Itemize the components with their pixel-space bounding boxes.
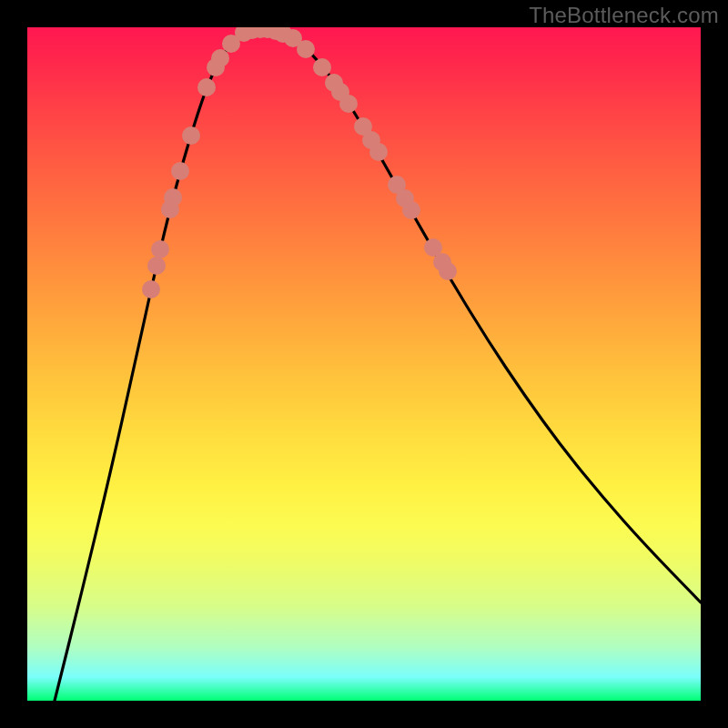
data-marker	[142, 280, 160, 298]
curve-layer	[27, 27, 701, 701]
data-marker	[147, 257, 166, 275]
data-marker	[151, 240, 169, 258]
plot-area	[27, 27, 701, 701]
data-marker	[164, 188, 182, 207]
data-marker	[369, 143, 388, 161]
data-marker	[313, 58, 331, 76]
data-marker	[402, 201, 420, 219]
data-marker	[439, 262, 457, 280]
data-marker	[297, 40, 315, 58]
chart-outer-frame: TheBottleneck.com	[0, 0, 728, 728]
data-marker	[182, 126, 200, 145]
watermark-text: TheBottleneck.com	[529, 3, 719, 28]
data-marker	[339, 95, 358, 113]
bottleneck-curve	[55, 29, 701, 701]
data-marker	[171, 162, 189, 180]
data-markers	[142, 27, 457, 298]
data-marker	[211, 49, 229, 67]
data-marker	[197, 78, 216, 96]
